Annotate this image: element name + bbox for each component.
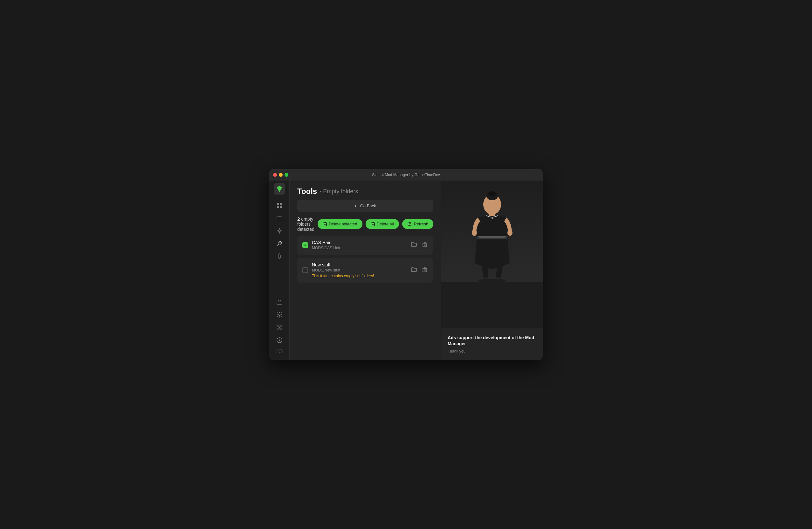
titlebar: Sims 4 Mod Manager by GameTimeDev [269, 169, 543, 180]
svg-rect-4 [280, 206, 282, 208]
sidebar-item-folders[interactable] [273, 212, 286, 224]
mods-icon [277, 228, 282, 234]
folder-open-button-cas-hair[interactable] [410, 241, 418, 250]
back-button[interactable]: ‹ Go Back [297, 200, 433, 212]
svg-marker-0 [277, 186, 282, 192]
svg-rect-35 [483, 237, 484, 238]
sidebar-item-mods[interactable] [273, 225, 286, 236]
delete-all-label: Delete All [377, 222, 394, 226]
sidebar: [Beta] 1.2.8 [269, 180, 290, 360]
folder-name-new-stuff: New stuff [312, 262, 406, 267]
page-title: Tools [297, 187, 317, 196]
svg-rect-6 [277, 301, 282, 304]
main-content: Tools - Empty folders ‹ Go Back 2 empty … [290, 180, 441, 360]
tools-icon [277, 241, 282, 246]
briefcase-icon [277, 299, 282, 305]
folder-info-new-stuff: New stuff MODS/New stuff This folder cot… [312, 262, 406, 278]
folder-actions-new-stuff [410, 266, 428, 275]
back-button-label: Go Back [360, 204, 376, 208]
folder-actions-cas-hair [410, 241, 428, 250]
ads-subtitle: Thank you [448, 349, 536, 353]
play-icon [277, 337, 282, 343]
delete-selected-button[interactable]: Delete selected [318, 219, 362, 229]
svg-rect-3 [277, 206, 279, 208]
folder-item: New stuff MODS/New stuff This folder cot… [297, 258, 433, 283]
folder-checkbox-cas-hair[interactable] [302, 242, 308, 248]
folder-open-button-new-stuff[interactable] [410, 266, 418, 275]
refresh-label: Refresh [414, 222, 428, 226]
svg-rect-16 [371, 223, 375, 226]
delete-icon [323, 222, 327, 226]
sidebar-item-help[interactable] [273, 322, 286, 333]
delete-all-icon [371, 222, 375, 226]
content-area: ‹ Go Back 2 empty folders detected [290, 200, 441, 360]
app-logo [274, 183, 285, 194]
svg-rect-1 [277, 203, 279, 205]
svg-rect-37 [490, 237, 492, 238]
diamond-icon [276, 185, 282, 193]
close-button[interactable] [273, 173, 277, 177]
app-body: [Beta] 1.2.8 Tools - Empty folders ‹ Go … [269, 180, 543, 360]
minimize-button[interactable] [279, 173, 282, 177]
grid-icon [277, 203, 282, 208]
folder-path-new-stuff: MODS/New stuff [312, 268, 406, 273]
svg-rect-36 [487, 237, 488, 238]
folder-info-cas-hair: CAS Hair MODS/CAS Hair [312, 240, 406, 250]
sidebar-bottom: [Beta] 1.2.8 [273, 296, 286, 355]
folder-item: CAS Hair MODS/CAS Hair [297, 236, 433, 255]
clip-icon [277, 253, 282, 259]
svg-point-5 [278, 230, 280, 232]
sidebar-item-tools[interactable] [273, 238, 286, 249]
folder-delete-button-cas-hair[interactable] [421, 241, 428, 250]
svg-rect-20 [423, 243, 427, 247]
svg-rect-2 [280, 203, 282, 205]
sidebar-item-play[interactable] [273, 335, 286, 346]
folder-icon [277, 216, 282, 221]
maximize-button[interactable] [285, 173, 288, 177]
folder-warning-new-stuff: This folder cotains empty subfolders! [312, 274, 406, 278]
folder-count: 2 empty folders detected [297, 216, 315, 232]
folder-checkbox-new-stuff[interactable] [302, 267, 308, 273]
app-window: Sims 4 Mod Manager by GameTimeDev [269, 169, 543, 360]
open-folder-icon [411, 267, 417, 272]
refresh-button[interactable]: Refresh [402, 219, 433, 229]
svg-point-7 [278, 314, 280, 316]
ads-title: Ads support the development of the Mod M… [448, 335, 536, 347]
svg-rect-12 [323, 223, 327, 226]
page-header: Tools - Empty folders [290, 180, 441, 200]
action-bar: 2 empty folders detected Delete selected [297, 216, 433, 232]
folder-name-cas-hair: CAS Hair [312, 240, 406, 245]
sidebar-item-briefcase[interactable] [273, 296, 286, 308]
version-label: [Beta] 1.2.8 [276, 349, 283, 355]
trash-icon [422, 267, 427, 272]
folder-path-cas-hair: MODS/CAS Hair [312, 246, 406, 250]
svg-marker-11 [279, 339, 281, 341]
sidebar-item-settings[interactable] [273, 309, 286, 321]
svg-point-33 [507, 230, 512, 236]
sims-character-svg [460, 187, 524, 282]
window-title: Sims 4 Mod Manager by GameTimeDev [372, 173, 440, 177]
sims-character-panel [441, 180, 543, 282]
svg-point-41 [478, 279, 506, 282]
delete-selected-label: Delete selected [329, 222, 357, 226]
help-icon [277, 325, 282, 330]
ads-panel: Ads support the development of the Mod M… [441, 328, 543, 360]
sidebar-item-dashboard[interactable] [273, 200, 286, 211]
svg-rect-39 [498, 237, 500, 238]
svg-point-40 [492, 218, 493, 219]
svg-point-30 [488, 191, 496, 196]
gear-icon [277, 312, 282, 318]
folder-delete-button-new-stuff[interactable] [421, 266, 428, 275]
delete-all-button[interactable]: Delete All [366, 219, 399, 229]
sidebar-item-clips[interactable] [273, 250, 286, 262]
svg-rect-38 [494, 237, 496, 238]
count-number: 2 [297, 216, 300, 222]
page-subtitle: - Empty folders [320, 188, 358, 195]
count-label: empty folders detected [297, 217, 315, 232]
sidebar-nav [273, 200, 286, 296]
open-folder-icon [411, 242, 417, 247]
svg-rect-24 [423, 268, 427, 272]
svg-point-32 [472, 230, 477, 236]
refresh-icon [407, 222, 412, 226]
traffic-lights [273, 173, 288, 177]
